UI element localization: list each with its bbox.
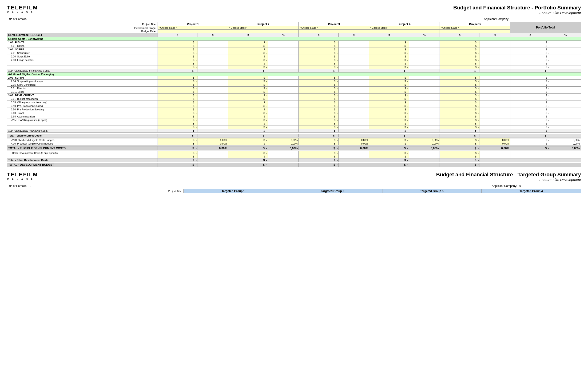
section2-company-field[interactable] [522, 184, 581, 188]
project-title-row: Project Title: Project 1 Project 2 Proje… [7, 22, 581, 26]
tg1-header: Targeted Group 1 [184, 189, 283, 193]
tg4-header: Targeted Group 4 [482, 189, 581, 193]
budget-table: Project Title: Project 1 Project 2 Proje… [7, 22, 581, 167]
project3-date[interactable] [299, 30, 369, 33]
other-dev-blank-row: $ - $ - $ - $ - $ - [7, 155, 581, 158]
r101-pt-pct [550, 44, 581, 48]
r100-p3-pct [339, 41, 369, 44]
project2-header: Project 2 [228, 22, 299, 26]
row-1-00: 1.00 RIGHTS $ - $ - $ - $ - $ - $ - [7, 41, 581, 44]
r101-p4-pct [409, 44, 440, 48]
r101-p2-pct [268, 44, 299, 48]
pkg-row-3-60: 3.60 Travel $ - $ - $ - $ - $ - $ - [7, 111, 581, 115]
overhead-row: 72.01 Overhead (Eligible Costs Budget) $… [7, 138, 581, 142]
company-field[interactable] [510, 17, 581, 21]
row-1-01: 1.01 Option $ - $ - $ - $ - $ - $ - [7, 44, 581, 48]
pkg-row-72-50: 72.50 ISAN Registration (if appl.) $ - $… [7, 118, 581, 122]
r100-p5-dollar[interactable]: $ - [440, 41, 480, 44]
r101-p1[interactable]: $ - [158, 44, 198, 48]
project2-stage[interactable]: * Choose Stage * [228, 26, 299, 30]
r200-p4[interactable]: $ - [369, 48, 409, 51]
project4-date[interactable] [369, 30, 440, 33]
row-2-01: 2.01 Scriptwriter $ - $ - $ - $ - $ - $ … [7, 51, 581, 55]
project5-stage[interactable]: * Choose Stage * [440, 26, 510, 30]
total-eligible-dev-row: TOTAL - ELIGIBLE DEVELOPMENT COSTS $ -0,… [7, 146, 581, 150]
pkg-row-3-65: 3.65 Accommodation $ - $ - $ - $ - $ - $… [7, 115, 581, 118]
r101-p5[interactable]: $ - [440, 44, 480, 48]
section2-logo-text: TELEFILM [7, 172, 38, 178]
pkg-row-3-00: 3.00 DEVELOPMENT $ - $ - $ - $ - $ - $ - [7, 93, 581, 97]
budget-date-row: Budget Date: [7, 30, 581, 33]
other-dev-label: Other Development Costs (if any; specify… [7, 151, 158, 155]
section2-info-left: Title of Portfolio: 0 [7, 184, 91, 188]
packaging-header-row: Additional Eligible Costs - Packaging [7, 72, 581, 76]
pkg-row-2-00: 2.00 SCRIPT $ - $ - $ - $ - $ - $ - [7, 76, 581, 79]
r100-p1-dollar[interactable]: $ - [158, 41, 198, 44]
pkg-row-71-10: 71.10 Legal $ - $ - $ - $ - $ - $ - [7, 90, 581, 93]
portfolio-field[interactable] [29, 17, 99, 21]
section2-portfolio-label: Title of Portfolio: [7, 184, 27, 188]
page-subtitle: Feature Film Development [453, 11, 581, 15]
total-other-dev-row: Total - Other Development Costs $ - $ - … [7, 158, 581, 162]
r200-p3[interactable]: $ - [299, 48, 339, 51]
row-2-00: 2.00 SCRIPT $ - $ - $ - $ - $ - $ - [7, 48, 581, 51]
p1-dollar-header: $ [158, 33, 198, 37]
pkg-row-3-01: 3.01 Budget breakdown $ - $ - $ - $ - $ … [7, 97, 581, 100]
page-title: Budget and Financial Structure - Portfol… [453, 5, 581, 11]
section2: TELEFILM C A N A D A Budget and Financia… [7, 172, 581, 193]
subtotal-scriptwriting-label: Sub-Total (Eligible Scriptwriting Costs) [7, 69, 158, 72]
section2-company-label: Applicant Company: [492, 184, 517, 188]
project3-header: Project 3 [299, 22, 369, 26]
section2-project-title-row: Project Title: Targeted Group 1 Targeted… [7, 189, 581, 193]
r101-p2[interactable]: $ - [228, 44, 268, 48]
r101-p1-pct [198, 44, 228, 48]
p3-pct-header: % [339, 33, 369, 37]
logo-text: TELEFILM [7, 5, 38, 11]
r100-p2-dollar[interactable]: $ - [228, 41, 268, 44]
r101-p3[interactable]: $ - [299, 44, 339, 48]
project3-stage[interactable]: * Choose Stage * [299, 26, 369, 30]
project5-header: Project 5 [440, 22, 510, 26]
section2-page-title: Budget and Financial Structure - Targete… [436, 172, 581, 178]
subtotal-packaging-label: Sub-Total (Eligible Packaging Costs) [7, 129, 158, 132]
p5-pct-header: % [480, 33, 510, 37]
section2-title-block: Budget and Financial Structure - Targete… [436, 172, 581, 182]
portfolio-total-header: Portfolio Total [510, 22, 581, 33]
r101-pt: $ - [510, 44, 550, 48]
r200-p1[interactable]: $ - [158, 48, 198, 51]
p5-dollar-header: $ [440, 33, 480, 37]
r200-p5[interactable]: $ - [440, 48, 480, 51]
p2-pct-header: % [268, 33, 299, 37]
pkg-row-2-05: 2.05 Story Consultant $ - $ - $ - $ - $ … [7, 83, 581, 86]
project1-header: Project 1 [158, 22, 228, 26]
r101-p3-pct [339, 44, 369, 48]
project1-date[interactable] [158, 30, 228, 33]
r100-p4-dollar[interactable]: $ - [369, 41, 409, 44]
row-2-90: 2.90 Fringe benefits $ - $ - $ - $ - $ -… [7, 58, 581, 62]
blank-row-2: $ - $ - $ - $ - $ - $ - [7, 65, 581, 69]
r200-p2[interactable]: $ - [228, 48, 268, 51]
tg3-header: Targeted Group 3 [382, 189, 482, 193]
info-row: Title of Portfolio: Applicant Company: [7, 17, 581, 21]
section2-logo-sub: C A N A D A [7, 178, 34, 181]
eligible-scriptwriting-header: Eligible Costs - Scriptwriting [7, 37, 581, 41]
r100-p3-dollar[interactable]: $ - [299, 41, 339, 44]
info-left: Title of Portfolio: [7, 17, 99, 21]
r100-pt-dollar: $ - [510, 41, 550, 44]
r101-p4[interactable]: $ - [369, 44, 409, 48]
row-2-00-label: 2.00 SCRIPT [7, 48, 158, 51]
r101-p5-pct [480, 44, 510, 48]
header-title: Budget and Financial Structure - Portfol… [453, 5, 581, 15]
section2-info-row: Title of Portfolio: 0 Applicant Company:… [7, 184, 581, 188]
row-2-20: 2.20 Script Editor $ - $ - $ - $ - $ - $… [7, 55, 581, 58]
pkg-row-5-01: 5.01 Director $ - $ - $ - $ - $ - $ - [7, 86, 581, 90]
total-eligible-direct-label: Total - Eligible Direct Costs [7, 134, 158, 137]
project2-date[interactable] [228, 30, 299, 33]
project4-stage[interactable]: * Choose Stage * [369, 26, 440, 30]
project1-stage[interactable]: * Choose Stage * [158, 26, 228, 30]
r100-p2-pct [268, 41, 299, 44]
subtotal-scriptwriting-row: Sub-Total (Eligible Scriptwriting Costs)… [7, 69, 581, 72]
total-dev-budget-label: TOTAL - DEVELOPMENT BUDGET [7, 163, 158, 167]
section2-portfolio-field[interactable] [32, 184, 91, 188]
project5-date[interactable] [440, 30, 510, 33]
